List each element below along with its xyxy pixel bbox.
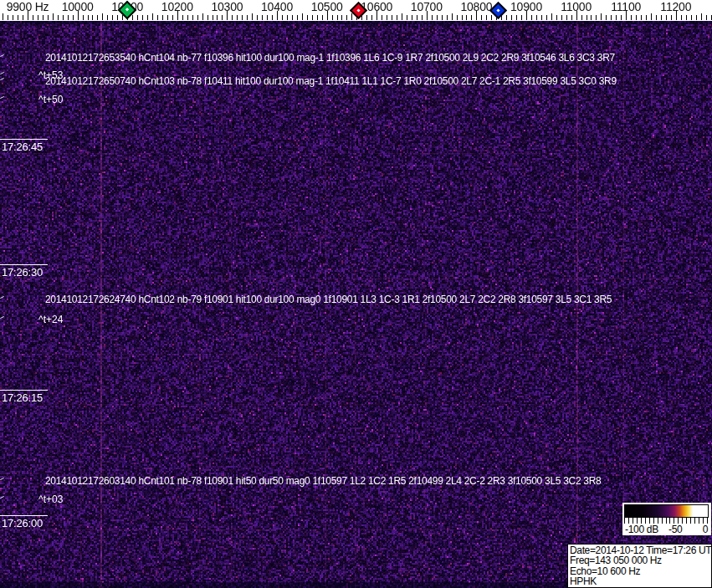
ruler-tick <box>297 15 298 20</box>
legend-tick <box>633 518 633 524</box>
marker-center-dot <box>356 8 360 11</box>
ruler-tick <box>242 15 243 20</box>
ruler-tick <box>462 15 463 20</box>
ruler-tick <box>346 15 347 20</box>
ruler-tick <box>571 15 572 20</box>
ruler-frequency-label: 10400 <box>261 0 293 13</box>
ruler-tick <box>292 15 293 20</box>
legend-tick <box>678 518 679 524</box>
ruler-tick <box>691 15 692 20</box>
ruler-tick <box>137 15 138 20</box>
ruler-tick <box>207 15 208 20</box>
db-label-min: -100 dB <box>625 524 658 535</box>
ruler-tick <box>366 15 367 20</box>
ruler-tick <box>232 15 233 20</box>
meteor-event-record: 20141012172624740 hCnt102 nb-79 f10901 h… <box>45 294 612 305</box>
ruler-frequency-label: 10800 <box>460 0 492 13</box>
legend-tick <box>645 518 646 524</box>
ruler-tick <box>447 15 448 20</box>
time-gridline <box>0 139 48 140</box>
event-time-offset-label: ^t+50 <box>38 94 63 105</box>
ruler-tick <box>252 13 253 20</box>
spectrogram-app-window: 9900 Hz100001010010200103001040010500106… <box>0 0 712 588</box>
ruler-tick <box>516 15 517 20</box>
ruler-tick <box>511 15 512 20</box>
ruler-tick <box>407 15 407 20</box>
ruler-tick <box>596 15 597 20</box>
ruler-tick <box>192 15 193 20</box>
ruler-tick <box>466 15 467 20</box>
legend-tick <box>682 518 683 524</box>
ruler-tick <box>491 15 492 20</box>
ruler-tick <box>18 15 18 20</box>
ruler-tick <box>432 15 433 20</box>
time-gridline <box>0 515 48 516</box>
ruler-tick <box>661 15 662 20</box>
ruler-tick <box>33 15 33 20</box>
ruler-tick <box>591 15 592 20</box>
ruler-tick <box>601 13 602 20</box>
ruler-frequency-label: 11100 <box>611 0 641 13</box>
colormap-labels: -100 dB -50 0 <box>624 524 709 534</box>
db-label-max: 0 <box>703 524 708 535</box>
ruler-tick <box>581 15 582 20</box>
meteor-event-record: 20141012172650740 hCnt103 nb-78 f10411 h… <box>45 75 617 87</box>
ruler-frequency-label: 10300 <box>211 0 243 13</box>
ruler-tick <box>3 13 3 20</box>
ruler-tick <box>282 15 283 20</box>
ruler-tick <box>257 15 258 20</box>
ruler-tick <box>92 15 93 20</box>
meteor-event-record: 20141012172653540 hCnt104 nb-77 f10396 h… <box>45 52 615 64</box>
legend-tick <box>637 518 638 524</box>
ruler-tick <box>307 15 308 20</box>
legend-tick <box>658 518 658 524</box>
ruler-tick <box>481 15 482 20</box>
ruler-tick <box>202 13 203 20</box>
ruler-tick <box>452 13 453 20</box>
legend-tick <box>649 518 650 524</box>
ruler-tick <box>97 15 98 20</box>
ruler-tick <box>157 15 158 20</box>
db-label-mid: -50 <box>668 524 682 535</box>
ruler-tick <box>631 15 632 20</box>
ruler-tick <box>187 15 188 20</box>
ruler-tick <box>267 15 268 20</box>
ruler-tick <box>457 15 458 20</box>
legend-tick <box>641 518 642 524</box>
ruler-tick <box>88 15 89 20</box>
time-gridline <box>0 264 48 265</box>
legend-tick <box>686 518 687 524</box>
ruler-tick <box>322 15 323 20</box>
ruler-tick <box>616 15 617 20</box>
ruler-tick <box>611 15 612 20</box>
legend-tick <box>674 518 674 524</box>
ruler-tick <box>58 15 59 20</box>
time-axis-label: 17:26:45 <box>2 141 43 153</box>
ruler-tick <box>536 15 537 20</box>
ruler-tick <box>8 15 8 20</box>
info-station: HPHK <box>570 576 711 586</box>
ruler-tick <box>13 15 13 20</box>
ruler-tick <box>117 15 118 20</box>
ruler-tick <box>371 15 372 20</box>
ruler-tick <box>437 15 438 20</box>
ruler-tick <box>706 15 707 20</box>
ruler-tick <box>621 15 622 20</box>
ruler-tick <box>671 15 672 20</box>
ruler-tick <box>382 15 382 20</box>
ruler-tick <box>132 15 133 20</box>
ruler-frequency-label: 10200 <box>161 0 193 13</box>
ruler-tick <box>272 15 273 20</box>
legend-tick <box>669 518 670 524</box>
ruler-tick <box>686 15 687 20</box>
ruler-tick <box>442 15 443 20</box>
ruler-tick <box>701 13 702 20</box>
legend-tick <box>666 518 667 524</box>
ruler-tick <box>102 13 103 20</box>
legend-tick <box>624 518 625 524</box>
ruler-tick <box>48 15 49 20</box>
ruler-tick <box>107 15 108 20</box>
info-frequency: Freq=143 050 000 Hz <box>570 555 711 565</box>
legend-tick <box>694 518 695 524</box>
ruler-tick <box>646 15 647 20</box>
